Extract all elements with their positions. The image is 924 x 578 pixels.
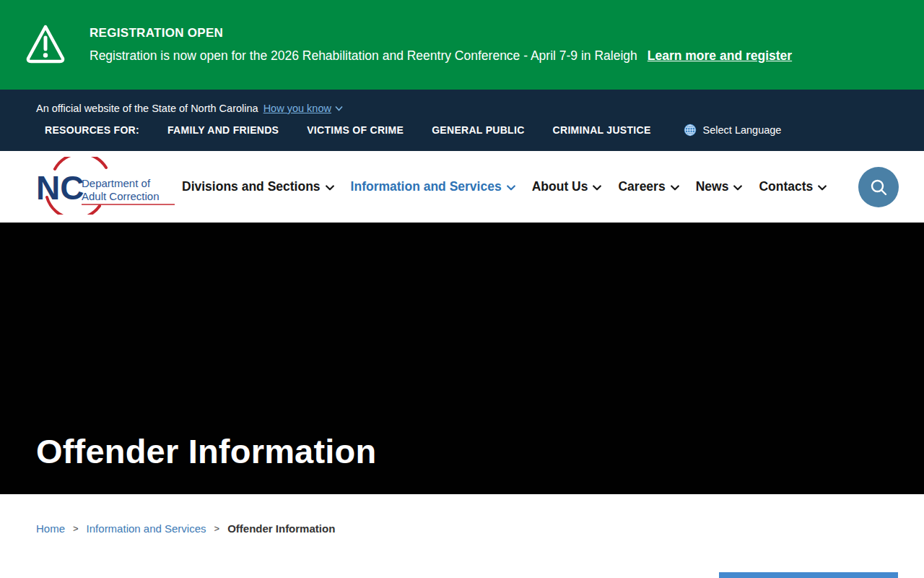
chevron-down-icon bbox=[593, 185, 601, 191]
alert-title: REGISTRATION OPEN bbox=[90, 26, 792, 40]
nav-label: News bbox=[696, 179, 729, 194]
chevron-down-icon bbox=[507, 185, 515, 191]
utility-bar: An official website of the State of Nort… bbox=[0, 90, 924, 151]
alert-banner: REGISTRATION OPEN Registration is now op… bbox=[0, 0, 924, 90]
main-nav: Divisions and Sections Information and S… bbox=[182, 179, 827, 194]
site-header: NC Department of Adult Correction Divisi… bbox=[0, 151, 924, 223]
breadcrumb: Home > Information and Services > Offend… bbox=[0, 494, 924, 535]
language-selector[interactable]: Select Language bbox=[684, 124, 782, 137]
alert-learn-more-link[interactable]: Learn more and register bbox=[648, 48, 792, 63]
nav-divisions-and-sections[interactable]: Divisions and Sections bbox=[182, 179, 334, 194]
chevron-down-icon bbox=[818, 185, 827, 191]
how-you-know-label: How you know bbox=[263, 103, 331, 114]
how-you-know-link[interactable]: How you know bbox=[263, 103, 343, 114]
search-icon bbox=[869, 178, 888, 197]
page-title: Offender Information bbox=[36, 431, 376, 471]
utility-link-victims-of-crime[interactable]: VICTIMS OF CRIME bbox=[307, 124, 404, 136]
chevron-down-icon bbox=[671, 185, 679, 191]
nav-about-us[interactable]: About Us bbox=[532, 179, 602, 194]
page: { "alert": { "title": "REGISTRATION OPEN… bbox=[0, 0, 924, 578]
utility-link-general-public[interactable]: GENERAL PUBLIC bbox=[432, 124, 524, 136]
chevron-down-icon bbox=[733, 185, 742, 191]
breadcrumb-separator: > bbox=[214, 523, 220, 534]
alert-message: Registration is now open for the 2026 Re… bbox=[90, 48, 637, 63]
nav-news[interactable]: News bbox=[696, 179, 743, 194]
globe-icon bbox=[684, 124, 697, 137]
nc-dac-logo[interactable]: NC Department of Adult Correction bbox=[36, 157, 182, 217]
hero-banner: Offender Information bbox=[0, 223, 924, 494]
warning-icon bbox=[25, 22, 66, 68]
logo-line2: Adult Correction bbox=[82, 190, 160, 202]
utility-link-family-and-friends[interactable]: FAMILY AND FRIENDS bbox=[167, 124, 279, 136]
chevron-down-icon bbox=[326, 185, 334, 191]
breadcrumb-separator: > bbox=[73, 523, 79, 534]
chevron-down-icon bbox=[335, 105, 343, 111]
nav-contacts[interactable]: Contacts bbox=[759, 179, 827, 194]
nav-careers[interactable]: Careers bbox=[618, 179, 679, 194]
nav-label: Contacts bbox=[759, 179, 813, 194]
nav-label: Information and Services bbox=[351, 179, 502, 194]
content-section: Home > Information and Services > Offend… bbox=[0, 494, 924, 578]
nav-label: About Us bbox=[532, 179, 588, 194]
official-website-text: An official website of the State of Nort… bbox=[36, 103, 258, 114]
utility-link-criminal-justice[interactable]: CRIMINAL JUSTICE bbox=[553, 124, 651, 136]
card-top-accent bbox=[719, 572, 898, 578]
breadcrumb-home[interactable]: Home bbox=[36, 522, 65, 535]
resources-for-label: RESOURCES FOR: bbox=[45, 124, 139, 136]
nav-label: Careers bbox=[618, 179, 665, 194]
nav-label: Divisions and Sections bbox=[182, 179, 321, 194]
language-selector-label: Select Language bbox=[703, 124, 782, 136]
breadcrumb-information-and-services[interactable]: Information and Services bbox=[87, 522, 206, 535]
search-button[interactable] bbox=[858, 167, 899, 207]
nav-information-and-services[interactable]: Information and Services bbox=[351, 179, 515, 194]
logo-nc-text: NC bbox=[36, 169, 84, 207]
page-header: REGISTRATION OPEN Registration is now op… bbox=[0, 0, 924, 223]
logo-line1: Department of bbox=[82, 177, 151, 189]
breadcrumb-current-page: Offender Information bbox=[227, 522, 335, 535]
